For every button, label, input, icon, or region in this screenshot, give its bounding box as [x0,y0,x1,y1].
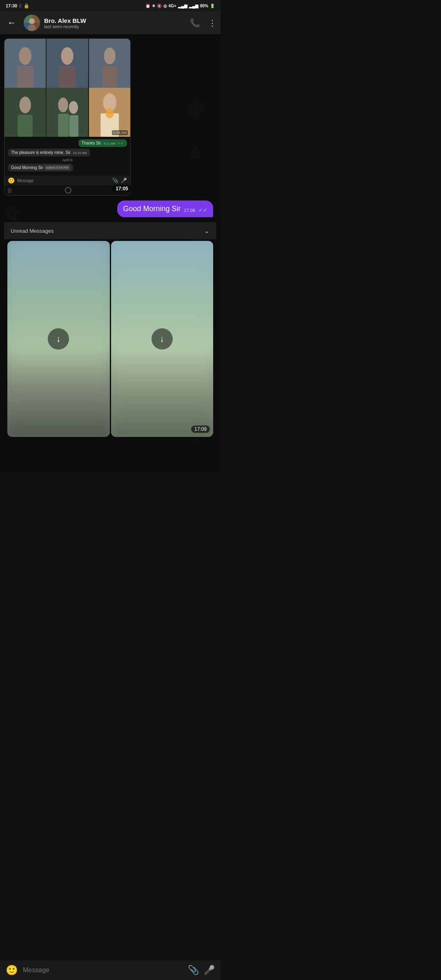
call-button[interactable]: 📞 [190,18,200,28]
sc-reply-bubble: The pleasure is entirely mine, Sir. 10:1… [8,149,90,156]
svg-point-19 [19,47,31,65]
photo-grid-row1 [4,39,130,88]
sc-nav-home [65,187,71,194]
wifi-icon: ◎ [163,4,167,8]
chat-background: 🌵 🌸 🎂 🍕 ⭐ 👻 🍭 ☂ ♡ 🎵 ⭐ [0,34,220,473]
photo-6: 6:48 AM [89,88,130,137]
outgoing-message: Good Morning Sir 17:06 ✓✓ [4,199,216,219]
mute-icon: 🔇 [157,4,162,8]
sc-edited-msg: Good Morning Sir edited 5:04 PM [8,164,127,172]
photo-4 [4,88,46,137]
lock-icon: 🔒 [24,3,29,9]
sc-attach-icon: 📎 [112,178,118,183]
svg-point-38 [105,108,114,118]
message-time: 17:06 [184,208,195,213]
sc-nav-back: ||| [8,187,11,193]
sc-input-bar: 🙂 Message 📎 🎤 [4,176,130,185]
back-button[interactable]: ← [4,16,20,30]
signal-bars-2: ▂▄▆ [189,4,198,8]
sc-emoji-icon: 🙂 [8,177,15,184]
contact-name: Bro. Alex BLW [44,17,186,24]
photo-3 [89,39,130,88]
contact-status: last seen recently [44,24,186,29]
sc-thanks-msg: Thanks Sir. 9:11 AM ✓✓ [8,139,127,147]
battery-icon: 🔋 [210,4,215,8]
svg-point-33 [69,101,78,114]
download-icon-right: ↓ [160,334,164,344]
status-left: 17:30  🔒 [6,3,29,9]
sc-nav-bar: ||| □ [4,185,130,195]
bluetooth-icon: ✳ [152,4,155,8]
svg-point-28 [19,97,31,114]
image-pair-time: 17:09 [191,425,210,433]
unread-divider[interactable]: Unread Messages ⌄ [4,222,216,239]
svg-rect-26 [102,66,117,88]
download-button-right[interactable]: ↓ [151,328,173,350]
svg-rect-29 [18,115,32,137]
photo-5 [47,88,88,137]
svg-rect-20 [17,66,33,88]
menu-button[interactable]: ⋮ [208,18,216,28]
sc-thanks-bubble: Thanks Sir. 9:11 AM ✓✓ [78,139,127,147]
battery: 80% [200,4,208,8]
download-icon-left: ↓ [56,334,61,344]
sc-reply-msg: The pleasure is entirely mine, Sir. 10:1… [8,149,127,156]
image-pair-message: ↓ [4,241,216,437]
svg-point-5 [29,18,35,24]
photo-2 [47,39,88,88]
signal-badge: 4G+ [169,4,176,8]
svg-point-31 [58,98,68,112]
sc-mic-icon: 🎤 [121,178,127,183]
contact-info: Bro. Alex BLW last seen recently [44,17,186,29]
svg-rect-34 [69,115,78,137]
photo-time: 6:48 AM [112,130,128,135]
photo-1 [4,39,46,88]
image-right: ↓ [111,241,214,437]
facebook-icon:  [20,3,21,8]
svg-point-22 [61,47,74,65]
photo-grid-row2: 6:48 AM [4,88,130,137]
sc-date-divider: April 6 [8,158,127,162]
chat-header: ← Bro. Alex BLW last seen recently 📞 ⋮ [0,11,220,34]
outgoing-bubble: Good Morning Sir 17:06 ✓✓ [117,200,213,217]
svg-rect-23 [59,66,76,88]
screenshot-time-overlay: 17:05 [112,185,131,192]
read-checks: ✓✓ [198,207,207,213]
status-right: ⏰ ✳ 🔇 ◎ 4G+ ▂▄▆ ▂▄▆ 80% 🔋 [145,4,215,8]
sc-edited-bubble: Good Morning Sir edited 5:04 PM [8,164,73,172]
download-button-left[interactable]: ↓ [48,328,69,350]
alarm-icon: ⏰ [145,4,150,8]
unread-chevron-icon: ⌄ [204,226,210,235]
screenshot-bubble: 6:48 AM Thanks Sir. 9:11 AM ✓✓ Th [4,38,135,196]
sc-check: ✓✓ [117,141,124,145]
image-left: ↓ [7,241,110,437]
screenshot-preview: 6:48 AM Thanks Sir. 9:11 AM ✓✓ Th [4,38,131,196]
outgoing-text: Good Morning Sir [123,205,180,213]
screenshot-chat-content: Thanks Sir. 9:11 AM ✓✓ The pleasure is e… [4,137,130,176]
unread-label: Unread Messages [11,228,54,234]
signal-bars: ▂▄▆ [178,4,187,8]
chat-area: 6:48 AM Thanks Sir. 9:11 AM ✓✓ Th [0,34,220,473]
time: 17:30 [6,3,17,8]
svg-point-6 [28,24,36,31]
header-actions: 📞 ⋮ [190,18,216,28]
status-bar: 17:30  🔒 ⏰ ✳ 🔇 ◎ 4G+ ▂▄▆ ▂▄▆ 80% 🔋 [0,0,220,11]
contact-avatar [24,15,40,31]
svg-rect-32 [58,114,69,137]
svg-point-25 [104,48,115,65]
